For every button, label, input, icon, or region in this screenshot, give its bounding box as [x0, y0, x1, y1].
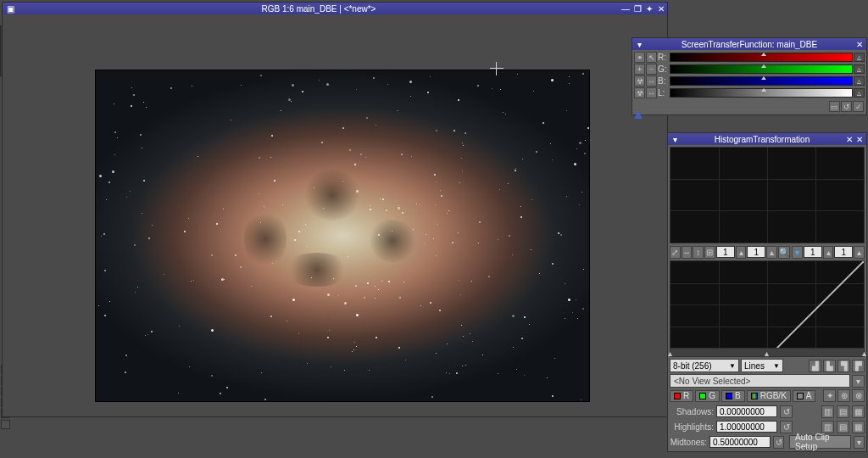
midtone-slider-handle[interactable]: ▴	[765, 349, 769, 358]
reset-shadows-icon[interactable]: ↺	[780, 405, 793, 418]
hist-opt1-icon[interactable]: ▟	[809, 360, 821, 372]
stf-row-b: ☢↔B:▵	[634, 75, 865, 87]
stf-doc-icon[interactable]: ▭	[829, 101, 840, 112]
reset-highlights-icon[interactable]: ↺	[780, 421, 793, 433]
zoom-out-icon[interactable]: －	[646, 64, 657, 75]
ch-opt1-icon[interactable]: ✦	[823, 389, 836, 402]
panel-close-icon[interactable]: ✕	[854, 40, 865, 49]
channel-r[interactable]: R	[670, 390, 693, 402]
highlights-opt3-icon[interactable]: ▦	[852, 421, 865, 433]
close-button[interactable]: ✕	[655, 4, 667, 14]
transfer-curve[interactable]	[670, 260, 865, 349]
view-menu-icon[interactable]: ▾	[852, 375, 865, 388]
cursor-icon[interactable]: ↖	[646, 52, 657, 63]
bit-depth-select[interactable]: 8-bit (256)▼	[670, 359, 739, 372]
shadows-opt2-icon[interactable]: ▤	[837, 405, 849, 418]
hist-body: ⤢ ↔ ↕ ⊞ ▴ ▴ 🔍 ▾ ▴ ▴ ▴ ▴	[668, 145, 866, 451]
highlights-opt1-icon[interactable]: ▥	[821, 421, 834, 433]
zoom-h-icon[interactable]: ↔	[682, 246, 693, 259]
minimize-button[interactable]: —	[620, 4, 632, 14]
image-canvas[interactable]	[96, 70, 589, 401]
stf-end-g[interactable]: ▵	[854, 64, 865, 74]
channel-a[interactable]: A	[793, 390, 816, 402]
pan-x-input[interactable]	[804, 246, 822, 258]
channel-b[interactable]: B	[721, 390, 745, 402]
auto-clip-button[interactable]: Auto Clip Setup	[789, 435, 851, 449]
channel-row: R G B RGB/K A ✦ ⊕ ⊗	[670, 389, 865, 402]
shadows-opt1-icon[interactable]: ▥	[821, 405, 834, 418]
shadow-slider-handle[interactable]: ▴	[668, 349, 672, 358]
stf-label-l: L:	[658, 88, 670, 98]
restore-button[interactable]: ❐	[632, 4, 643, 14]
view-selector[interactable]: <No View Selected>	[670, 374, 850, 388]
channel-rgbk[interactable]: RGB/K	[747, 390, 791, 402]
zoom-11-icon[interactable]: ⊞	[704, 246, 715, 259]
new-instance-icon[interactable]	[634, 102, 643, 111]
plot-mode-value: Lines	[744, 361, 765, 371]
ch-opt2-icon[interactable]: ⊕	[837, 389, 850, 402]
stepper-icon[interactable]: ▴	[854, 246, 865, 259]
hist-zoom-toolbar: ⤢ ↔ ↕ ⊞ ▴ ▴ 🔍 ▾ ▴ ▴	[670, 245, 865, 259]
histogram-graph[interactable]	[670, 147, 865, 243]
stf-row-l: ☢↔L:▵	[634, 87, 865, 98]
channel-g[interactable]: G	[695, 390, 720, 402]
image-window-titlebar[interactable]: ▣ RGB 1:6 main_DBE | <*new*> — ❐ ✦ ✕	[3, 3, 667, 14]
maximize-button[interactable]: ✦	[643, 4, 655, 14]
nuke-icon[interactable]: ☢	[634, 75, 645, 87]
stf-title: ScreenTransferFunction: main_DBE	[644, 40, 854, 49]
zoom-tool-icon[interactable]: 🔍	[778, 246, 790, 259]
stf-end-b[interactable]: ▵	[854, 76, 865, 86]
stepper-icon[interactable]: ▴	[823, 246, 834, 259]
pan-y-input[interactable]	[834, 246, 853, 258]
zoom-y-input[interactable]	[747, 246, 765, 258]
stf-bar-r[interactable]	[670, 53, 853, 62]
svg-line-0	[670, 261, 864, 349]
hist-opt3-icon[interactable]: ▜	[837, 360, 850, 372]
stf-label-b: B:	[658, 76, 670, 86]
panel-shade-icon[interactable]: ▾	[670, 135, 680, 144]
arrows-icon[interactable]: ↔	[646, 75, 657, 87]
zoom-x-input[interactable]	[716, 246, 735, 258]
hist-titlebar[interactable]: ▾ HistogramTransformation ✕ ✕	[668, 133, 866, 145]
plot-mode-select[interactable]: Lines▼	[741, 359, 783, 372]
link-icon[interactable]: ⚭	[634, 52, 645, 63]
highlights-input[interactable]	[716, 421, 777, 433]
stepper-icon[interactable]: ▴	[736, 246, 747, 259]
stf-label-r: R:	[658, 53, 670, 62]
autoclip-menu-icon[interactable]: ▾	[854, 436, 865, 449]
shadows-input[interactable]	[716, 405, 777, 417]
stf-check-icon[interactable]: ✓	[853, 101, 864, 112]
hist-opt2-icon[interactable]: ▙	[823, 360, 836, 372]
panel-pin-icon[interactable]: ✕	[844, 135, 854, 144]
stf-end-r[interactable]: ▵	[854, 53, 865, 62]
highlight-slider-handle[interactable]: ▴	[862, 349, 866, 358]
stf-footer: ▭ ↺ ✓	[634, 100, 865, 113]
hist-title: HistogramTransformation	[680, 135, 844, 144]
stf-panel: ▾ ScreenTransferFunction: main_DBE ✕ ⚭↖R…	[632, 37, 867, 115]
pan-sync-icon[interactable]: ▾	[792, 246, 803, 259]
shadows-opt3-icon[interactable]: ▦	[852, 405, 865, 418]
highlights-opt2-icon[interactable]: ▤	[837, 421, 849, 433]
tool-strip-btn[interactable]	[1, 420, 10, 429]
stf-bar-g[interactable]	[670, 64, 853, 74]
stf-bar-b[interactable]	[670, 76, 853, 86]
hist-opt4-icon[interactable]: ▛	[852, 360, 865, 372]
curve-slider-track[interactable]: ▴ ▴ ▴	[670, 349, 865, 357]
fit-icon[interactable]: ⤢	[670, 246, 681, 259]
panel-close-icon[interactable]: ✕	[854, 135, 865, 144]
zoom-v-icon[interactable]: ↕	[693, 246, 704, 259]
zoom-in-icon[interactable]: ＋	[634, 64, 645, 75]
arrows-icon[interactable]: ↔	[646, 87, 657, 98]
stf-titlebar[interactable]: ▾ ScreenTransferFunction: main_DBE ✕	[632, 38, 866, 50]
view-selector-value: <No View Selected>	[674, 377, 750, 386]
window-menu-icon[interactable]: ▣	[5, 3, 15, 14]
stf-end-l[interactable]: ▵	[854, 88, 865, 98]
reset-midtones-icon[interactable]: ↺	[773, 436, 784, 449]
stf-bar-l[interactable]	[670, 88, 853, 98]
midtones-input[interactable]	[709, 436, 771, 448]
ch-opt3-icon[interactable]: ⊗	[852, 389, 865, 402]
stepper-icon[interactable]: ▴	[766, 246, 777, 259]
stf-reset-icon[interactable]: ↺	[841, 101, 852, 112]
panel-shade-icon[interactable]: ▾	[634, 40, 644, 49]
nuke-icon[interactable]: ☢	[634, 87, 645, 98]
